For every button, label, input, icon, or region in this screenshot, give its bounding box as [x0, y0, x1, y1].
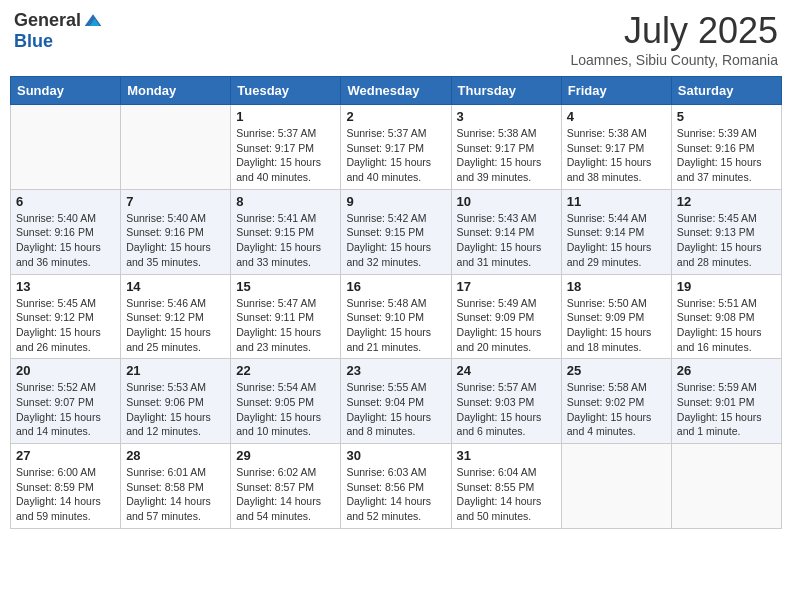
day-content: Sunrise: 6:00 AM Sunset: 8:59 PM Dayligh…	[16, 465, 115, 524]
day-number: 3	[457, 109, 556, 124]
logo: General Blue	[14, 10, 103, 52]
day-number: 23	[346, 363, 445, 378]
calendar-cell: 22Sunrise: 5:54 AM Sunset: 9:05 PM Dayli…	[231, 359, 341, 444]
calendar-cell: 3Sunrise: 5:38 AM Sunset: 9:17 PM Daylig…	[451, 105, 561, 190]
calendar-cell: 16Sunrise: 5:48 AM Sunset: 9:10 PM Dayli…	[341, 274, 451, 359]
day-number: 6	[16, 194, 115, 209]
calendar-cell: 4Sunrise: 5:38 AM Sunset: 9:17 PM Daylig…	[561, 105, 671, 190]
day-content: Sunrise: 5:43 AM Sunset: 9:14 PM Dayligh…	[457, 211, 556, 270]
day-number: 22	[236, 363, 335, 378]
calendar-cell: 9Sunrise: 5:42 AM Sunset: 9:15 PM Daylig…	[341, 189, 451, 274]
day-number: 18	[567, 279, 666, 294]
weekday-header-thursday: Thursday	[451, 77, 561, 105]
day-content: Sunrise: 6:02 AM Sunset: 8:57 PM Dayligh…	[236, 465, 335, 524]
day-number: 1	[236, 109, 335, 124]
day-content: Sunrise: 5:57 AM Sunset: 9:03 PM Dayligh…	[457, 380, 556, 439]
day-content: Sunrise: 5:49 AM Sunset: 9:09 PM Dayligh…	[457, 296, 556, 355]
day-number: 15	[236, 279, 335, 294]
calendar-table: SundayMondayTuesdayWednesdayThursdayFrid…	[10, 76, 782, 529]
day-content: Sunrise: 6:04 AM Sunset: 8:55 PM Dayligh…	[457, 465, 556, 524]
calendar-cell: 11Sunrise: 5:44 AM Sunset: 9:14 PM Dayli…	[561, 189, 671, 274]
calendar-cell: 10Sunrise: 5:43 AM Sunset: 9:14 PM Dayli…	[451, 189, 561, 274]
calendar-cell: 6Sunrise: 5:40 AM Sunset: 9:16 PM Daylig…	[11, 189, 121, 274]
calendar-cell: 5Sunrise: 5:39 AM Sunset: 9:16 PM Daylig…	[671, 105, 781, 190]
day-number: 10	[457, 194, 556, 209]
day-number: 17	[457, 279, 556, 294]
calendar-cell: 28Sunrise: 6:01 AM Sunset: 8:58 PM Dayli…	[121, 444, 231, 529]
weekday-header-wednesday: Wednesday	[341, 77, 451, 105]
day-content: Sunrise: 5:50 AM Sunset: 9:09 PM Dayligh…	[567, 296, 666, 355]
day-number: 20	[16, 363, 115, 378]
calendar-week-row: 27Sunrise: 6:00 AM Sunset: 8:59 PM Dayli…	[11, 444, 782, 529]
logo-blue-text: Blue	[14, 31, 53, 52]
day-content: Sunrise: 5:38 AM Sunset: 9:17 PM Dayligh…	[567, 126, 666, 185]
calendar-cell	[561, 444, 671, 529]
day-number: 7	[126, 194, 225, 209]
calendar-week-row: 20Sunrise: 5:52 AM Sunset: 9:07 PM Dayli…	[11, 359, 782, 444]
day-content: Sunrise: 5:47 AM Sunset: 9:11 PM Dayligh…	[236, 296, 335, 355]
day-number: 4	[567, 109, 666, 124]
day-number: 24	[457, 363, 556, 378]
calendar-cell: 25Sunrise: 5:58 AM Sunset: 9:02 PM Dayli…	[561, 359, 671, 444]
day-content: Sunrise: 5:58 AM Sunset: 9:02 PM Dayligh…	[567, 380, 666, 439]
calendar-cell	[121, 105, 231, 190]
calendar-cell: 23Sunrise: 5:55 AM Sunset: 9:04 PM Dayli…	[341, 359, 451, 444]
page-header: General Blue July 2025 Loamnes, Sibiu Co…	[10, 10, 782, 68]
calendar-cell: 14Sunrise: 5:46 AM Sunset: 9:12 PM Dayli…	[121, 274, 231, 359]
day-content: Sunrise: 5:38 AM Sunset: 9:17 PM Dayligh…	[457, 126, 556, 185]
day-content: Sunrise: 5:51 AM Sunset: 9:08 PM Dayligh…	[677, 296, 776, 355]
calendar-cell: 2Sunrise: 5:37 AM Sunset: 9:17 PM Daylig…	[341, 105, 451, 190]
day-content: Sunrise: 5:40 AM Sunset: 9:16 PM Dayligh…	[126, 211, 225, 270]
calendar-cell: 27Sunrise: 6:00 AM Sunset: 8:59 PM Dayli…	[11, 444, 121, 529]
day-content: Sunrise: 5:54 AM Sunset: 9:05 PM Dayligh…	[236, 380, 335, 439]
day-number: 8	[236, 194, 335, 209]
day-number: 29	[236, 448, 335, 463]
calendar-cell: 13Sunrise: 5:45 AM Sunset: 9:12 PM Dayli…	[11, 274, 121, 359]
weekday-header-sunday: Sunday	[11, 77, 121, 105]
day-number: 13	[16, 279, 115, 294]
day-content: Sunrise: 5:37 AM Sunset: 9:17 PM Dayligh…	[236, 126, 335, 185]
month-year-title: July 2025	[570, 10, 778, 52]
day-content: Sunrise: 5:48 AM Sunset: 9:10 PM Dayligh…	[346, 296, 445, 355]
calendar-cell: 1Sunrise: 5:37 AM Sunset: 9:17 PM Daylig…	[231, 105, 341, 190]
calendar-cell: 29Sunrise: 6:02 AM Sunset: 8:57 PM Dayli…	[231, 444, 341, 529]
day-content: Sunrise: 5:39 AM Sunset: 9:16 PM Dayligh…	[677, 126, 776, 185]
calendar-cell: 19Sunrise: 5:51 AM Sunset: 9:08 PM Dayli…	[671, 274, 781, 359]
day-number: 5	[677, 109, 776, 124]
day-number: 27	[16, 448, 115, 463]
day-content: Sunrise: 6:01 AM Sunset: 8:58 PM Dayligh…	[126, 465, 225, 524]
day-number: 30	[346, 448, 445, 463]
day-number: 11	[567, 194, 666, 209]
day-number: 9	[346, 194, 445, 209]
calendar-cell: 8Sunrise: 5:41 AM Sunset: 9:15 PM Daylig…	[231, 189, 341, 274]
day-number: 16	[346, 279, 445, 294]
day-content: Sunrise: 5:45 AM Sunset: 9:12 PM Dayligh…	[16, 296, 115, 355]
day-number: 26	[677, 363, 776, 378]
calendar-cell: 20Sunrise: 5:52 AM Sunset: 9:07 PM Dayli…	[11, 359, 121, 444]
weekday-header-saturday: Saturday	[671, 77, 781, 105]
day-content: Sunrise: 5:41 AM Sunset: 9:15 PM Dayligh…	[236, 211, 335, 270]
day-content: Sunrise: 5:55 AM Sunset: 9:04 PM Dayligh…	[346, 380, 445, 439]
calendar-cell: 21Sunrise: 5:53 AM Sunset: 9:06 PM Dayli…	[121, 359, 231, 444]
day-number: 2	[346, 109, 445, 124]
calendar-cell: 17Sunrise: 5:49 AM Sunset: 9:09 PM Dayli…	[451, 274, 561, 359]
weekday-header-friday: Friday	[561, 77, 671, 105]
day-content: Sunrise: 5:45 AM Sunset: 9:13 PM Dayligh…	[677, 211, 776, 270]
day-content: Sunrise: 5:40 AM Sunset: 9:16 PM Dayligh…	[16, 211, 115, 270]
location-subtitle: Loamnes, Sibiu County, Romania	[570, 52, 778, 68]
day-number: 14	[126, 279, 225, 294]
day-number: 19	[677, 279, 776, 294]
day-content: Sunrise: 5:46 AM Sunset: 9:12 PM Dayligh…	[126, 296, 225, 355]
day-content: Sunrise: 5:52 AM Sunset: 9:07 PM Dayligh…	[16, 380, 115, 439]
calendar-cell: 12Sunrise: 5:45 AM Sunset: 9:13 PM Dayli…	[671, 189, 781, 274]
day-number: 31	[457, 448, 556, 463]
weekday-header-monday: Monday	[121, 77, 231, 105]
logo-icon	[83, 11, 103, 31]
day-content: Sunrise: 5:44 AM Sunset: 9:14 PM Dayligh…	[567, 211, 666, 270]
calendar-week-row: 1Sunrise: 5:37 AM Sunset: 9:17 PM Daylig…	[11, 105, 782, 190]
title-section: July 2025 Loamnes, Sibiu County, Romania	[570, 10, 778, 68]
calendar-cell: 15Sunrise: 5:47 AM Sunset: 9:11 PM Dayli…	[231, 274, 341, 359]
day-number: 21	[126, 363, 225, 378]
day-number: 25	[567, 363, 666, 378]
day-content: Sunrise: 5:53 AM Sunset: 9:06 PM Dayligh…	[126, 380, 225, 439]
